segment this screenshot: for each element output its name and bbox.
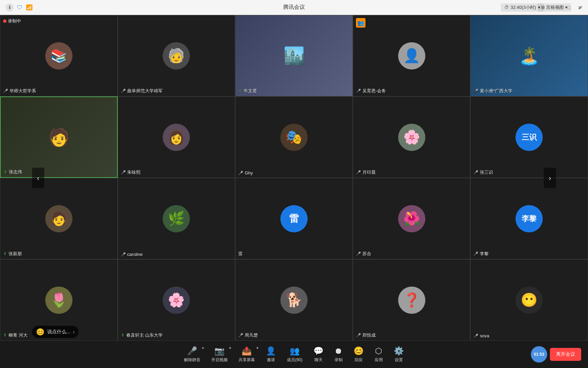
- info-icon[interactable]: ℹ: [5, 3, 14, 12]
- video-grid: 录制中 📚 🎤 华师大哲学系 🧓 🎤 曲阜师范大学靖军 🏙️ 🎙 牛文君: [0, 15, 588, 341]
- shield-icon[interactable]: 🛡: [17, 4, 22, 11]
- camera-button[interactable]: 📷 开启视频 ▲: [206, 341, 233, 368]
- chat-collapse-button[interactable]: ‹: [73, 329, 75, 335]
- avatar-1: 📚: [45, 42, 72, 70]
- camera-arrow[interactable]: ▲: [228, 346, 232, 349]
- video-feed-3: 🏙️: [235, 15, 353, 96]
- participant-name-9: 🎤 月印晨: [356, 169, 376, 175]
- next-page-button[interactable]: ›: [544, 168, 556, 188]
- mic-icon-17: 🎙: [121, 333, 125, 338]
- video-feed-6: 🧑: [1, 97, 117, 177]
- mute-button[interactable]: 🎤 解除静音 ▲: [179, 341, 206, 368]
- participant-name-19: 🎤 郑悦成: [356, 332, 376, 338]
- participant-cell-9: 🌸 🎤 月印晨: [353, 96, 471, 178]
- participant-cell-4: 👥 👤 🎤 吴育恩-会务: [353, 15, 471, 96]
- leave-meeting-button[interactable]: 离开会议: [550, 348, 581, 361]
- avatar-17: 🌸: [163, 287, 190, 314]
- name-label-20: sova: [480, 333, 489, 338]
- settings-label: 设置: [395, 357, 403, 363]
- mic-icon-12: 🎤: [121, 252, 126, 257]
- participant-cell-19: ❓ 🎤 郑悦成: [353, 259, 471, 341]
- mic-icon-14: 🎤: [356, 251, 361, 256]
- react-icon: 😊: [354, 346, 364, 356]
- main-video-area: 录制中 📚 🎤 华师大哲学系 🧓 🎤 曲阜师范大学靖军 🏙️ 🎙 牛文君: [0, 15, 588, 341]
- avatar-2: 🧓: [163, 42, 190, 70]
- window-title: 腾讯会议: [283, 4, 305, 11]
- grid-icon: ⊞: [541, 5, 545, 10]
- close-button[interactable]: ✕: [577, 5, 583, 10]
- invite-label: 邀请: [267, 357, 275, 363]
- time-display: 01:53: [531, 346, 547, 363]
- participant-cell-20: 😶 🎤 sova: [470, 259, 588, 341]
- participant-name-4: 🎤 吴育恩-会务: [356, 88, 386, 94]
- name-label-17: 春及轩主 山东大学: [126, 332, 163, 338]
- share-icon: 📤: [242, 346, 252, 356]
- members-button[interactable]: 👥 成员(90): [281, 341, 308, 368]
- participant-name-10: 🎤 张三识: [473, 169, 493, 175]
- name-label-15: 李黎: [480, 251, 489, 257]
- settings-icon: ⚙️: [394, 346, 404, 356]
- name-label-19: 郑悦成: [362, 332, 376, 338]
- react-button[interactable]: 😊 回应: [348, 341, 369, 368]
- camera-icon: 📷: [214, 346, 225, 356]
- invite-button[interactable]: 👤 邀请: [260, 341, 281, 368]
- share-arrow[interactable]: ▲: [256, 346, 259, 349]
- chat-popup: 😊 说点什么... ‹: [32, 326, 79, 338]
- timer-text: 32:40(3小时): [511, 4, 536, 11]
- avatar-12: 🌿: [163, 205, 190, 232]
- name-label-4: 吴育恩-会务: [362, 88, 386, 94]
- participant-cell-17: 🌸 🎙 春及轩主 山东大学: [118, 259, 235, 341]
- mute-label: 解除静音: [184, 357, 200, 363]
- name-label-8: Ghy: [245, 170, 253, 175]
- record-button[interactable]: ⏺ 录制: [329, 341, 348, 368]
- participant-name-3: 🎙 牛文君: [238, 88, 257, 94]
- name-label-12: caroline: [127, 252, 143, 257]
- participant-cell-11: 🧑 🎙 张新朋: [0, 178, 118, 259]
- settings-button[interactable]: ⚙️ 设置: [388, 341, 409, 368]
- name-label-18: 周凡楚: [245, 332, 258, 338]
- chat-icon: 💬: [313, 346, 324, 356]
- apps-button[interactable]: ⬡ 应用: [369, 341, 388, 368]
- maximize-button[interactable]: □: [566, 5, 572, 10]
- mic-icon-6: 🎙: [3, 170, 7, 174]
- participant-cell-15: 李黎 🎤 李黎: [470, 178, 588, 259]
- name-label-7: 朱咏熙: [127, 169, 141, 175]
- members-icon: 👥: [290, 346, 300, 356]
- mic-icon-20: 🎤: [473, 334, 478, 338]
- participant-name-17: 🎙 春及轩主 山东大学: [121, 332, 163, 338]
- window-controls: ─ □ ✕: [555, 5, 583, 10]
- mute-arrow[interactable]: ▲: [201, 346, 205, 349]
- mic-icon-18: 🎤: [238, 333, 243, 338]
- timer-icon: ⏱: [504, 5, 509, 10]
- mic-icon-2: 🎤: [121, 89, 126, 93]
- name-label-1: 华师大哲学系: [10, 88, 36, 94]
- camera-label: 开启视频: [211, 357, 228, 363]
- participant-name-5: 🎤 黄小洲*广西大学: [473, 88, 512, 94]
- participant-name-13: 雷: [238, 251, 243, 257]
- participant-cell-1: 录制中 📚 🎤 华师大哲学系: [0, 15, 118, 96]
- participant-name-14: 🎤 苏合: [356, 251, 371, 257]
- invite-icon: 👤: [266, 346, 276, 356]
- participant-name-16: 🎙 柳青 河大: [3, 332, 28, 338]
- prev-page-button[interactable]: ‹: [32, 168, 44, 188]
- participant-name-18: 🎤 周凡楚: [238, 332, 258, 338]
- chat-label: 聊天: [314, 357, 323, 363]
- name-label-14: 苏合: [362, 251, 371, 257]
- mic-icon-8: 🎤: [238, 171, 243, 175]
- participant-name-1: 🎤 华师大哲学系: [3, 88, 36, 94]
- bottom-toolbar: 🎤 解除静音 ▲ 📷 开启视频 ▲ 📤 共享屏幕 ▲ 👤 邀请 👥 成员(90)…: [0, 341, 588, 368]
- chat-button[interactable]: 💬 聊天: [308, 341, 329, 368]
- participant-name-12: 🎤 caroline: [121, 252, 143, 257]
- video-feed-5: 🏝️: [471, 15, 588, 96]
- chat-popup-text[interactable]: 说点什么...: [47, 329, 70, 335]
- recording-badge: 录制中: [3, 18, 21, 24]
- minimize-button[interactable]: ─: [555, 5, 561, 10]
- share-screen-button[interactable]: 📤 共享屏幕 ▲: [233, 341, 260, 368]
- react-label: 回应: [355, 357, 363, 363]
- signal-icon[interactable]: 📶: [26, 4, 33, 11]
- mic-icon-1: 🎤: [3, 89, 8, 93]
- name-label-13: 雷: [238, 251, 243, 257]
- mic-icon-15: 🎤: [473, 251, 478, 256]
- orange-badge-4: 👥: [356, 18, 365, 28]
- avatar-15: 李黎: [516, 205, 543, 232]
